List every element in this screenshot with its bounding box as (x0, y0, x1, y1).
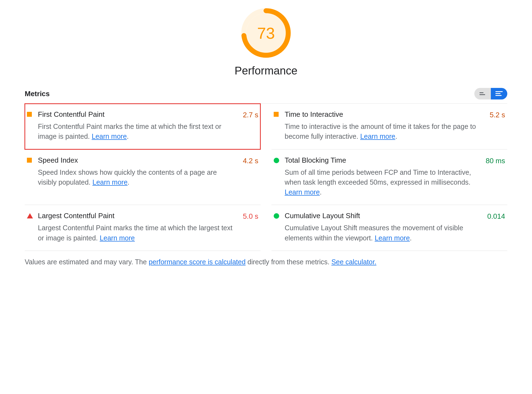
metric-value: 4.2 s (243, 156, 258, 165)
metric-card: Time to InteractiveTime to interactive i… (271, 104, 507, 149)
performance-score-link[interactable]: performance score is calculated (149, 258, 246, 266)
metric-description-text: Cumulative Layout Shift measures the mov… (285, 224, 463, 242)
metric-body: Speed IndexSpeed Index shows how quickly… (38, 156, 243, 187)
metric-description: First Contentful Paint marks the time at… (38, 121, 237, 141)
score-value: 73 (241, 8, 291, 58)
metric-value: 0.014 (487, 212, 505, 221)
metric-title: Total Blocking Time (285, 156, 480, 165)
metric-description-suffix: . (320, 188, 322, 196)
metric-title: First Contentful Paint (38, 110, 237, 119)
metric-value: 5.0 s (243, 212, 258, 221)
metric-title: Speed Index (38, 156, 237, 165)
triangle-icon (27, 213, 33, 218)
metric-description: Cumulative Layout Shift measures the mov… (285, 223, 482, 243)
view-toggle (474, 88, 507, 99)
circle-icon (274, 158, 279, 163)
learn-more-link[interactable]: Learn more (92, 132, 127, 140)
svg-rect-6 (495, 93, 500, 94)
metric-body: Total Blocking TimeSum of all time perio… (285, 156, 486, 197)
metric-card: Total Blocking TimeSum of all time perio… (271, 149, 507, 205)
metric-value: 5.2 s (490, 110, 505, 119)
gauge-title: Performance (235, 65, 298, 77)
metric-status-icon (27, 156, 38, 163)
metrics-header: Metrics (25, 88, 507, 104)
svg-rect-3 (480, 92, 483, 93)
square-icon (27, 158, 32, 163)
footnote-text-mid: directly from these metrics. (246, 258, 332, 266)
metric-value: 80 ms (486, 156, 505, 165)
svg-rect-7 (495, 95, 502, 96)
learn-more-link[interactable]: Learn more (360, 132, 395, 140)
performance-gauge-section: 73 Performance (25, 8, 507, 77)
circle-icon (274, 213, 279, 219)
compact-view-button[interactable] (474, 88, 491, 99)
metric-description-suffix: . (127, 132, 129, 140)
metric-value: 2.7 s (243, 110, 258, 119)
metrics-heading: Metrics (25, 90, 50, 98)
metric-status-icon (27, 110, 38, 117)
metric-card: Cumulative Layout ShiftCumulative Layout… (271, 205, 507, 251)
metric-description: Sum of all time periods between FCP and … (285, 167, 480, 197)
metric-description: Largest Contentful Paint marks the time … (38, 223, 237, 243)
metric-description: Time to interactive is the amount of tim… (285, 121, 484, 141)
score-gauge: 73 (241, 8, 291, 58)
metric-card: Largest Contentful PaintLargest Contentf… (25, 205, 261, 251)
metric-card: First Contentful PaintFirst Contentful P… (25, 104, 261, 149)
metric-status-icon (27, 212, 38, 218)
metric-description-text: First Contentful Paint marks the time at… (38, 123, 221, 140)
square-icon (27, 112, 32, 117)
metric-description-suffix: . (128, 178, 130, 186)
svg-rect-5 (495, 91, 503, 92)
metric-description-text: Sum of all time periods between FCP and … (285, 168, 471, 186)
metric-description-suffix: . (410, 234, 412, 242)
see-calculator-link[interactable]: See calculator. (331, 258, 376, 266)
metric-description-suffix: . (395, 132, 397, 140)
footnote: Values are estimated and may vary. The p… (25, 251, 507, 266)
metric-description-text: Largest Contentful Paint marks the time … (38, 224, 233, 242)
learn-more-link[interactable]: Learn more (375, 234, 410, 242)
metric-title: Largest Contentful Paint (38, 212, 237, 220)
metric-body: Time to InteractiveTime to interactive i… (285, 110, 490, 141)
metric-status-icon (274, 156, 285, 163)
metric-body: First Contentful PaintFirst Contentful P… (38, 110, 243, 141)
learn-more-link[interactable]: Learn more (100, 234, 135, 242)
footnote-text: Values are estimated and may vary. The (25, 258, 149, 266)
square-icon (274, 112, 279, 117)
metric-title: Time to Interactive (285, 110, 484, 119)
metric-status-icon (274, 212, 285, 219)
svg-rect-4 (480, 94, 485, 95)
metric-title: Cumulative Layout Shift (285, 212, 482, 220)
learn-more-link[interactable]: Learn more (93, 178, 128, 186)
metric-body: Cumulative Layout ShiftCumulative Layout… (285, 212, 487, 243)
metric-card: Speed IndexSpeed Index shows how quickly… (25, 149, 261, 205)
metric-description: Speed Index shows how quickly the conten… (38, 167, 237, 187)
metric-body: Largest Contentful PaintLargest Contentf… (38, 212, 243, 243)
metric-status-icon (274, 110, 285, 117)
learn-more-link[interactable]: Learn more (285, 188, 320, 196)
expanded-view-button[interactable] (491, 88, 507, 99)
metrics-grid: First Contentful PaintFirst Contentful P… (25, 104, 507, 251)
